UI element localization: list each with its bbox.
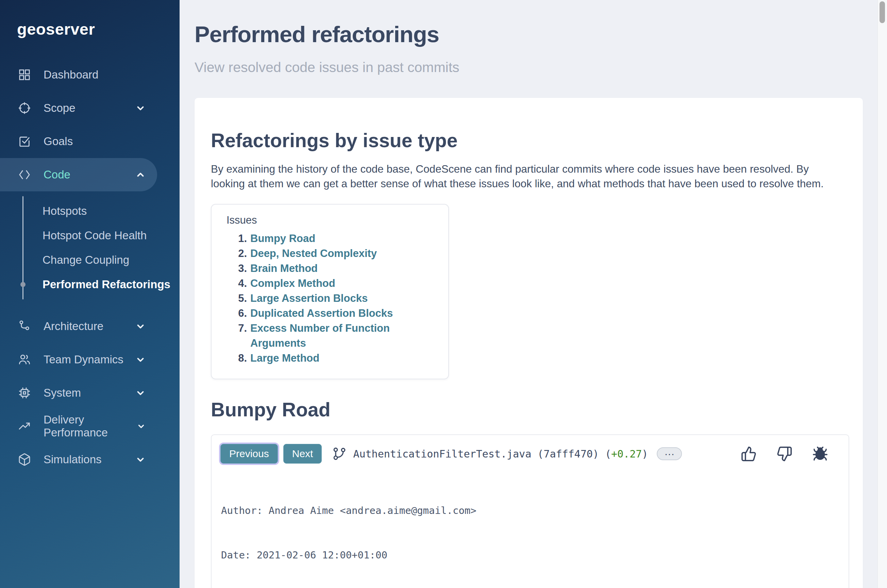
sidebar: geoserver DashboardScopeGoalsCodeHotspot… xyxy=(0,0,180,588)
sidebar-item-scope[interactable]: Scope xyxy=(0,92,157,125)
issues-box: Issues 1.Bumpy Road2.Deep, Nested Comple… xyxy=(211,204,449,379)
sidebar-nav: DashboardScopeGoalsCodeHotspotsHotspot C… xyxy=(0,58,180,476)
team-people-icon xyxy=(18,353,31,366)
content-card: Refactorings by issue type By examining … xyxy=(194,98,863,588)
sidebar-item-dashboard[interactable]: Dashboard xyxy=(0,58,157,92)
issue-list-item: 6.Duplicated Assertion Blocks xyxy=(227,306,439,321)
sidebar-item-simulations[interactable]: Simulations xyxy=(0,443,157,476)
commit-title: AuthenticationFilterTest.java (7afff470)… xyxy=(353,448,648,460)
sidebar-item-architecture[interactable]: Architecture xyxy=(0,310,157,343)
next-button[interactable]: Next xyxy=(283,444,322,464)
sidebar-item-label: Scope xyxy=(44,102,75,114)
issue-link-excess-number-of-function-arguments[interactable]: Excess Number of Function Arguments xyxy=(250,321,439,351)
more-options-button[interactable]: ··· xyxy=(657,447,682,460)
issue-link-complex-method[interactable]: Complex Method xyxy=(250,276,335,291)
commit-title-segment: ) xyxy=(642,448,648,460)
issue-number: 6. xyxy=(227,306,247,321)
page-subtitle: View resolved code issues in past commit… xyxy=(194,60,887,75)
issue-list-item: 1.Bumpy Road xyxy=(227,231,439,246)
git-branch-icon xyxy=(332,446,347,461)
commit-title-segment: AuthenticationFilterTest.java (7afff470)… xyxy=(353,448,611,460)
chevron-down-icon xyxy=(135,454,146,465)
issue-number: 3. xyxy=(227,261,247,276)
sidebar-item-system[interactable]: System xyxy=(0,376,157,410)
issue-number: 4. xyxy=(227,276,247,291)
section-title: Refactorings by issue type xyxy=(211,98,849,152)
issue-number: 7. xyxy=(227,321,247,336)
system-chip-icon xyxy=(18,386,31,400)
issue-list-item: 3.Brain Method xyxy=(227,261,439,276)
dashboard-grid-icon xyxy=(18,68,31,82)
issues-list: 1.Bumpy Road2.Deep, Nested Complexity3.B… xyxy=(227,231,439,366)
page-title: Performed refactorings xyxy=(194,21,887,47)
commit-date: Date: 2021-02-06 12:00+01:00 xyxy=(221,548,839,563)
chevron-down-icon xyxy=(135,354,146,365)
scope-target-icon xyxy=(18,101,31,115)
sidebar-subitem-hotspot-code-health[interactable]: Hotspot Code Health xyxy=(0,223,180,248)
sidebar-item-goals[interactable]: Goals xyxy=(0,125,157,158)
sidebar-item-label: Goals xyxy=(44,135,73,148)
issues-box-label: Issues xyxy=(227,214,439,226)
issue-link-bumpy-road[interactable]: Bumpy Road xyxy=(250,231,315,246)
chevron-down-icon xyxy=(135,388,146,398)
issue-link-deep-nested-complexity[interactable]: Deep, Nested Complexity xyxy=(250,246,377,261)
sidebar-item-label: Simulations xyxy=(44,453,102,466)
sidebar-item-label: Dashboard xyxy=(44,68,98,81)
code-brackets-icon xyxy=(18,168,31,182)
issue-list-item: 2.Deep, Nested Complexity xyxy=(227,246,439,261)
commit-meta: Author: Andrea Aime <andrea.aime@gmail.c… xyxy=(212,464,849,588)
refactoring-section-title: Bumpy Road xyxy=(211,398,849,421)
sidebar-item-label: Team Dynamics xyxy=(44,353,123,366)
issue-link-duplicated-assertion-blocks[interactable]: Duplicated Assertion Blocks xyxy=(250,306,393,321)
issue-link-large-method[interactable]: Large Method xyxy=(250,351,319,366)
issue-list-item: 4.Complex Method xyxy=(227,276,439,291)
scrollbar-track[interactable] xyxy=(878,0,887,588)
sidebar-subitem-hotspots[interactable]: Hotspots xyxy=(0,199,180,223)
architecture-branch-icon xyxy=(18,320,31,333)
previous-button[interactable]: Previous xyxy=(220,444,278,464)
sidebar-subitem-performed-refactorings[interactable]: Performed Refactorings xyxy=(0,272,180,297)
sidebar-item-code[interactable]: Code xyxy=(0,158,157,191)
issue-link-large-assertion-blocks[interactable]: Large Assertion Blocks xyxy=(250,291,368,306)
issue-list-item: 5.Large Assertion Blocks xyxy=(227,291,439,306)
section-description: By examining the history of the code bas… xyxy=(211,162,844,191)
issue-link-brain-method[interactable]: Brain Method xyxy=(250,261,318,276)
chevron-down-icon xyxy=(135,321,146,332)
issue-number: 2. xyxy=(227,246,247,261)
sidebar-item-label: Architecture xyxy=(44,320,104,333)
chevron-down-icon xyxy=(135,103,146,113)
issue-number: 5. xyxy=(227,291,247,306)
commit-toolbar: Previous Next AuthenticationFilterTest.j… xyxy=(212,435,849,464)
sidebar-item-label: Delivery Performance xyxy=(44,413,137,439)
sidebar-submenu-code: HotspotsHotspot Code HealthChange Coupli… xyxy=(0,195,180,301)
sidebar-subitem-change-coupling[interactable]: Change Coupling xyxy=(0,248,180,272)
simulations-cube-icon xyxy=(18,453,31,466)
issue-number: 1. xyxy=(227,231,247,246)
issue-list-item: 7.Excess Number of Function Arguments xyxy=(227,321,439,351)
chevron-down-icon xyxy=(137,421,146,431)
issue-number: 8. xyxy=(227,351,247,366)
sidebar-item-label: Code xyxy=(44,168,71,181)
sidebar-item-label: System xyxy=(44,387,81,399)
main-content: Performed refactorings View resolved cod… xyxy=(180,0,887,588)
delivery-trend-icon xyxy=(18,419,31,433)
commit-panel: Previous Next AuthenticationFilterTest.j… xyxy=(211,434,849,588)
thumbs-up-icon[interactable] xyxy=(741,446,757,462)
chevron-up-icon xyxy=(135,170,146,180)
sidebar-item-team-dynamics[interactable]: Team Dynamics xyxy=(0,343,157,376)
commit-author: Author: Andrea Aime <andrea.aime@gmail.c… xyxy=(221,503,839,518)
bug-icon[interactable] xyxy=(812,446,828,462)
commit-title-segment: +0.27 xyxy=(611,448,642,460)
sidebar-item-delivery-performance[interactable]: Delivery Performance xyxy=(0,410,157,443)
project-logo: geoserver xyxy=(17,20,180,38)
thumbs-down-icon[interactable] xyxy=(776,446,792,462)
scrollbar-thumb[interactable] xyxy=(879,2,885,23)
goals-check-icon xyxy=(18,135,31,148)
issue-list-item: 8.Large Method xyxy=(227,351,439,366)
